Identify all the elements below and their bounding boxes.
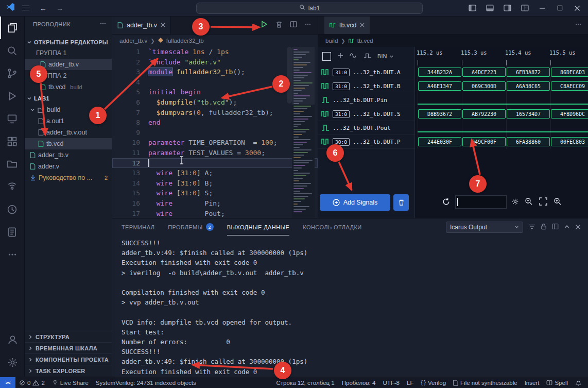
open-editor-item[interactable]: adder_tb.v <box>25 59 112 70</box>
wave-search-input[interactable] <box>455 195 507 209</box>
output-console[interactable]: SUCCESS!!!adder_tb.v:49: $finish called … <box>112 235 588 377</box>
signal-row-...32_tb.DUT.Pin[interactable]: ...32_tb.DUT.Pin <box>318 93 415 107</box>
activity-explorer-icon[interactable] <box>0 16 25 39</box>
notifications-bell-icon[interactable] <box>572 379 588 386</box>
code-line-7[interactable]: 7 $dumpvars(0, fulladder32_tb); <box>112 108 318 118</box>
zoom-in-icon[interactable] <box>552 195 563 208</box>
eol-status[interactable]: LF <box>403 380 417 386</box>
signal-row-...32_tb.DUT.Pout[interactable]: ...32_tb.DUT.Pout <box>318 121 415 135</box>
tree-item-adder_tb.v[interactable]: adder_tb.v <box>25 149 112 161</box>
tab-tb-vcd[interactable]: tb.vcd <box>324 16 370 34</box>
code-line-16[interactable]: 16 wire Pin; <box>112 198 318 209</box>
systemverilog-status[interactable]: SystemVerilog: 24731 indexed objects <box>92 380 200 386</box>
activity-remote-explorer-icon[interactable] <box>0 107 25 130</box>
editor-scrollbar[interactable] <box>287 47 292 104</box>
language-mode-status[interactable]: { } Verilog <box>417 380 449 386</box>
output-channel-select[interactable]: Icarus Output <box>446 222 523 233</box>
command-center-search[interactable]: lab1 <box>196 3 423 14</box>
tab-close-icon[interactable] <box>161 22 165 29</box>
tab-adder-tb[interactable]: adder_tb.v <box>112 16 171 34</box>
panel-close-icon[interactable] <box>575 223 581 232</box>
signal-row-...32_tb.DUT.S[interactable]: 31:0...32_tb.DUT.S <box>318 107 415 121</box>
activity-timeline-icon[interactable] <box>0 198 25 221</box>
synthesizable-status[interactable]: File not synthesizable <box>449 380 521 386</box>
open-editors-header[interactable]: ОТКРЫТЫЕ РЕДАКТОРЫ <box>25 37 112 47</box>
nav-back-button[interactable]: ← <box>40 4 47 12</box>
tab-close-icon[interactable] <box>360 22 365 29</box>
tree-item--...[interactable]: Руководство по ...2 <box>25 172 112 183</box>
code-line-14[interactable]: 14 wire [31:0] B; <box>112 178 318 189</box>
trash-icon[interactable] <box>275 21 283 30</box>
code-line-8[interactable]: 8end <box>112 117 318 128</box>
panel-filter-icon[interactable] <box>528 223 535 232</box>
sidebar-section-компоненты-проекта[interactable]: КОМПОНЕНТЫ ПРОЕКТА <box>25 353 112 365</box>
code-line-13[interactable]: 13 wire [31:0] A; <box>112 168 318 178</box>
panel-open-editor-icon[interactable] <box>552 223 559 232</box>
cursor-position-status[interactable]: Строка 12, столбец 1 <box>273 380 338 386</box>
wave-trash-button[interactable] <box>393 194 409 211</box>
code-line-9[interactable]: 9 <box>112 128 318 138</box>
minimize-button[interactable] <box>534 2 550 15</box>
toggle-sidebar-icon[interactable] <box>464 2 480 15</box>
zoom-fit-icon[interactable] <box>538 195 549 208</box>
nav-forward-button[interactable]: → <box>56 4 63 12</box>
live-share-status[interactable]: Live Share <box>48 380 92 386</box>
code-line-12[interactable]: 12 <box>112 158 318 168</box>
wave-add-marker-icon[interactable] <box>337 52 343 61</box>
sidebar-more-icon[interactable] <box>99 20 107 28</box>
workspace-header[interactable]: LAB1 <box>25 93 112 104</box>
signal-row-...32_tb.DUT.A[interactable]: 31:0...32_tb.DUT.A <box>318 65 415 79</box>
tree-item-adder_tb.v.out[interactable]: adder_tb.v.out <box>25 127 112 138</box>
signal-row-...32_tb.DUT.P[interactable]: 30:0...32_tb.DUT.P <box>318 135 415 149</box>
remote-indicator[interactable]: >< <box>0 377 15 388</box>
tree-item-build[interactable]: build <box>25 104 112 115</box>
zoom-out-icon[interactable] <box>523 195 534 208</box>
panel-tab-проблемы[interactable]: ПРОБЛЕМЫ2 <box>168 218 213 235</box>
signal-row-...32_tb.DUT.B[interactable]: 31:0...32_tb.DUT.B <box>318 79 415 93</box>
minimap[interactable] <box>292 47 315 218</box>
tree-item-adder.v[interactable]: adder.v <box>25 161 112 172</box>
wave-settings-gear-icon[interactable] <box>510 195 520 208</box>
open-editors-group-1[interactable]: ГРУППА 1 <box>25 47 112 59</box>
breadcrumb-symbol[interactable]: fulladder32_tb <box>166 38 204 44</box>
open-editors-group-2[interactable]: ГРУППА 2 <box>25 70 112 81</box>
menu-icon[interactable] <box>22 4 29 12</box>
split-editor-icon[interactable] <box>290 21 297 30</box>
toggle-secondary-sidebar-icon[interactable] <box>499 2 515 15</box>
panel-tab-выходные-данные[interactable]: ВЫХОДНЫЕ ДАННЫЕ <box>227 218 290 235</box>
activity-live-share-icon[interactable] <box>0 175 25 198</box>
editor-more-icon[interactable] <box>304 21 312 30</box>
close-button[interactable] <box>569 2 585 15</box>
activity-project-manager-icon[interactable] <box>0 153 25 175</box>
accounts-icon[interactable] <box>0 328 25 351</box>
wave-analog-icon[interactable] <box>350 52 357 61</box>
activity-run-debug-icon[interactable] <box>0 85 25 107</box>
panel-maximize-icon[interactable] <box>564 223 570 232</box>
code-line-11[interactable]: 11parameter TEST_VALUES = 3000; <box>112 148 318 158</box>
add-signals-button[interactable]: Add Signals <box>320 194 390 211</box>
open-editor-item[interactable]: tb.vcdbuild <box>25 81 112 93</box>
code-line-15[interactable]: 15 wire [31:0] S; <box>112 188 318 198</box>
activity-search-icon[interactable] <box>0 39 25 62</box>
spell-status[interactable]: Spell <box>543 380 572 386</box>
indentation-status[interactable]: Пробелов: 4 <box>338 380 379 386</box>
tree-item-a.out1[interactable]: a.out1 <box>25 115 112 127</box>
tree-item-tb.vcd[interactable]: tb.vcd <box>25 138 112 149</box>
panel-tab-консоль-отладки[interactable]: КОНСОЛЬ ОТЛАДКИ <box>303 218 361 235</box>
panel-lock-icon[interactable] <box>541 223 547 232</box>
breadcrumb-file[interactable]: adder_tb.v <box>119 38 147 44</box>
customize-layout-icon[interactable] <box>517 2 532 15</box>
activity-more-icon[interactable] <box>0 243 25 266</box>
sidebar-section-task-explorer[interactable]: TASK EXPLORER <box>25 365 112 376</box>
code-line-10[interactable]: 10parameter TIME_OPERATION = 100; <box>112 138 318 148</box>
wave-format-dropdown[interactable]: BIN <box>377 53 394 59</box>
breadcrumb-file[interactable]: tb.vcd <box>357 38 373 44</box>
sidebar-section-структура[interactable]: СТРУКТУРА <box>25 331 112 342</box>
problems-status[interactable]: 0 2 <box>15 380 48 386</box>
maximize-button[interactable] <box>552 2 567 15</box>
run-button[interactable] <box>260 20 268 30</box>
panel-tab-терминал[interactable]: ТЕРМИНАЛ <box>122 218 154 235</box>
insert-mode-status[interactable]: Insert <box>521 380 543 386</box>
toggle-panel-icon[interactable] <box>482 2 497 15</box>
activity-source-control-icon[interactable] <box>0 62 25 85</box>
